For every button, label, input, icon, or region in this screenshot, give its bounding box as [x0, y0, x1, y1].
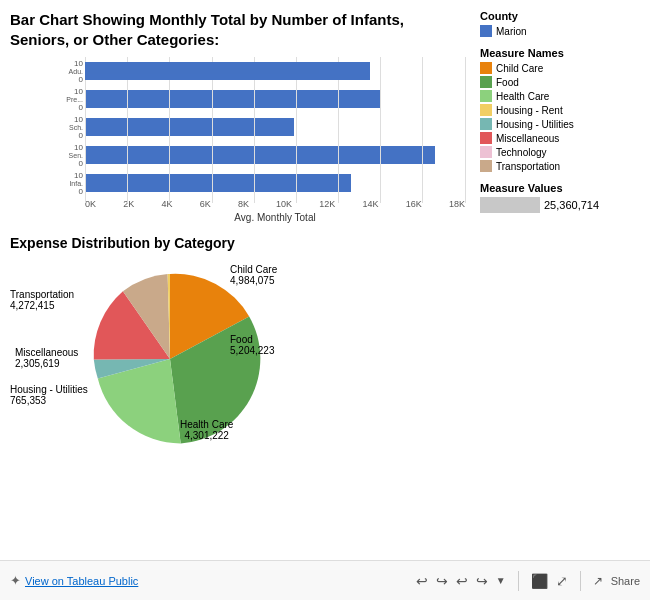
- tableau-icon: ✦: [10, 573, 21, 588]
- x-label-10k: 10K: [276, 199, 292, 209]
- misc-label: Miscellaneous: [496, 133, 559, 144]
- x-label-8k: 8K: [238, 199, 249, 209]
- technology-label: Technology: [496, 147, 547, 158]
- housingrent-color-swatch: [480, 104, 492, 116]
- y-label-bot-4: Sen.: [69, 152, 83, 159]
- y-label-bot-1: Adu.: [69, 68, 83, 75]
- bar-row-4: [85, 141, 465, 169]
- undo2-icon[interactable]: ↩: [456, 573, 468, 589]
- screen-icon[interactable]: ⬛: [531, 573, 548, 589]
- toolbar-divider2: [580, 571, 581, 591]
- toolbar: ✦ View on Tableau Public ↩ ↪ ↩ ↪ ▼ ⬛ ⤢ ↗…: [0, 560, 650, 600]
- pie-label-healthcare: Health Care 4,301,222: [180, 419, 233, 441]
- redo2-icon[interactable]: ↪: [476, 573, 488, 589]
- y-label-num-3: 0: [79, 131, 83, 140]
- measure-value-box: 25,360,714: [480, 197, 640, 213]
- healthcare-color-swatch: [480, 90, 492, 102]
- misc-color-swatch: [480, 132, 492, 144]
- childcare-label: Child Care: [496, 63, 543, 74]
- dropdown-icon[interactable]: ▼: [496, 575, 506, 586]
- pie-section: Expense Distribution by Category: [10, 235, 465, 474]
- value-bar: [480, 197, 540, 213]
- county-title: County: [480, 10, 640, 22]
- legend-item-technology: Technology: [480, 146, 640, 158]
- measure-names-section: Measure Names Child Care Food Health Car…: [480, 47, 640, 172]
- measure-value-text: 25,360,714: [544, 199, 599, 211]
- y-label-bot-2: Pre...: [66, 96, 83, 103]
- y-label-num-4: 0: [79, 159, 83, 168]
- legend-item-housingutil: Housing - Utilities: [480, 118, 640, 130]
- pie-label-misc: Miscellaneous 2,305,619: [15, 347, 78, 369]
- legend-item-childcare: Child Care: [480, 62, 640, 74]
- y-label-bot-5: Infa.: [69, 180, 83, 187]
- undo-icon[interactable]: ↩: [416, 573, 428, 589]
- share-label[interactable]: Share: [611, 575, 640, 587]
- pie-label-childcare: Child Care 4,984,075: [230, 264, 277, 286]
- y-label-num-2: 0: [79, 103, 83, 112]
- x-label-2k: 2K: [123, 199, 134, 209]
- expand-icon[interactable]: ⤢: [556, 573, 568, 589]
- y-label-top-4: 10: [74, 143, 83, 152]
- pie-label-utilities: Housing - Utilities 765,353: [10, 384, 88, 406]
- right-panel: County Marion Measure Names Child Care F…: [475, 10, 640, 550]
- toolbar-icons: ↩ ↪ ↩ ↪ ▼ ⬛ ⤢ ↗ Share: [416, 571, 640, 591]
- measure-values-title: Measure Values: [480, 182, 640, 194]
- transportation-label: Transportation: [496, 161, 560, 172]
- pie-title: Expense Distribution by Category: [10, 235, 465, 251]
- bar-row-2: [85, 85, 465, 113]
- x-label-16k: 16K: [406, 199, 422, 209]
- toolbar-divider: [518, 571, 519, 591]
- pie-label-transportation: Transportation 4,272,415: [10, 289, 74, 311]
- x-label-12k: 12K: [319, 199, 335, 209]
- y-label-num-5: 0: [79, 187, 83, 196]
- county-item: Marion: [480, 25, 640, 37]
- y-label-top-3: 10: [74, 115, 83, 124]
- bar-row-5: [85, 169, 465, 197]
- y-label-bot-3: Sch.: [69, 124, 83, 131]
- y-label-num-1: 0: [79, 75, 83, 84]
- legend-item-transportation: Transportation: [480, 160, 640, 172]
- x-label-18k: 18K: [449, 199, 465, 209]
- county-color: [480, 25, 492, 37]
- healthcare-label: Health Care: [496, 91, 549, 102]
- x-label-14k: 14K: [363, 199, 379, 209]
- food-color-swatch: [480, 76, 492, 88]
- legend-item-healthcare: Health Care: [480, 90, 640, 102]
- county-value: Marion: [496, 26, 527, 37]
- tableau-label[interactable]: View on Tableau Public: [25, 575, 138, 587]
- measure-names-title: Measure Names: [480, 47, 640, 59]
- housingutil-label: Housing - Utilities: [496, 119, 574, 130]
- x-axis-title: Avg. Monthly Total: [85, 212, 465, 223]
- legend-item-misc: Miscellaneous: [480, 132, 640, 144]
- share-icon[interactable]: ↗: [593, 574, 603, 588]
- housingrent-label: Housing - Rent: [496, 105, 563, 116]
- y-label-top-1: 10: [74, 59, 83, 68]
- pie-label-food: Food 5,204,223: [230, 334, 275, 356]
- county-section: County Marion: [480, 10, 640, 37]
- x-label-0k: 0K: [85, 199, 96, 209]
- bar-row-1: [85, 57, 465, 85]
- redo-icon[interactable]: ↪: [436, 573, 448, 589]
- x-label-4k: 4K: [161, 199, 172, 209]
- legend-item-food: Food: [480, 76, 640, 88]
- bar-chart: 10 Adu. 0 10 Pre... 0 10 Sch. 0: [45, 57, 465, 223]
- tableau-link[interactable]: ✦ View on Tableau Public: [10, 573, 138, 588]
- childcare-color-swatch: [480, 62, 492, 74]
- chart-title: Bar Chart Showing Monthly Total by Numbe…: [10, 10, 465, 49]
- transportation-color-swatch: [480, 160, 492, 172]
- housingutil-color-swatch: [480, 118, 492, 130]
- bar-row-3: [85, 113, 465, 141]
- legend-item-housingrent: Housing - Rent: [480, 104, 640, 116]
- measure-values-section: Measure Values 25,360,714: [480, 182, 640, 213]
- y-label-top-2: 10: [74, 87, 83, 96]
- x-label-6k: 6K: [200, 199, 211, 209]
- y-label-top-5: 10: [74, 171, 83, 180]
- food-label: Food: [496, 77, 519, 88]
- technology-color-swatch: [480, 146, 492, 158]
